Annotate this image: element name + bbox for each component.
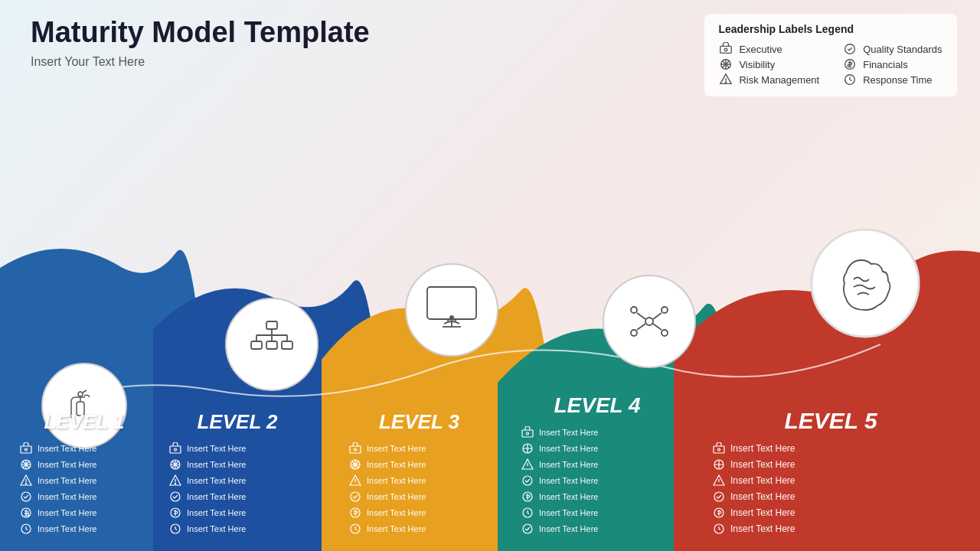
svg-point-50 (175, 483, 175, 484)
risk-icon-l3 (348, 474, 362, 487)
response-icon (842, 72, 858, 87)
quality-icon (842, 41, 858, 57)
list-item: Insert Text Here (168, 522, 306, 536)
svg-point-65 (523, 476, 532, 485)
qual-icon-l2 (168, 490, 182, 504)
list-item: Insert Text Here (348, 474, 490, 487)
level3-title: LEVEL 3 (348, 410, 490, 434)
svg-point-4 (726, 82, 727, 83)
risk-icon-l2 (168, 474, 182, 487)
qual-icon-l4 (521, 474, 534, 487)
list-item: Insert Text Here (521, 425, 674, 439)
svg-point-62 (527, 432, 529, 435)
fin-icon-l4 (521, 490, 534, 504)
page-subtitle: Insert Your Text Here (31, 55, 370, 69)
financials-icon (842, 57, 858, 72)
fin-icon-l1 (19, 506, 33, 520)
level5-content: LEVEL 5 Insert Text Here Insert Text Her… (712, 408, 949, 536)
legend-item-quality: Quality Standards (842, 41, 943, 57)
svg-point-22 (406, 264, 498, 356)
vis-icon-l3 (348, 458, 362, 471)
level2-title: LEVEL 2 (168, 410, 306, 434)
exec-icon-l1 (19, 442, 33, 455)
resp-icon-l5 (712, 522, 726, 536)
legend-item-executive: Executive (718, 41, 819, 57)
list-item: Insert Text Here (712, 474, 949, 487)
qual-icon-l1 (19, 490, 33, 504)
svg-point-73 (714, 492, 724, 501)
level1-list: Insert Text Here Insert Text Here Insert… (19, 442, 149, 536)
resp-icon-l1 (19, 522, 33, 536)
list-item: Insert Text Here (348, 442, 490, 455)
risk-icon-l1 (19, 474, 33, 487)
fin-icon-l5 (712, 506, 726, 520)
legend-grid: Executive Visibility (718, 41, 943, 87)
risk-icon-l5 (712, 474, 726, 487)
svg-point-42 (25, 483, 26, 484)
level3-list: Insert Text Here Insert Text Here Insert… (348, 442, 490, 536)
svg-point-43 (21, 492, 31, 501)
list-item: Insert Text Here (168, 506, 306, 520)
fin-icon-l3 (348, 506, 362, 520)
executive-icon (718, 41, 733, 57)
legend-right: Quality Standards Financials (842, 41, 943, 87)
level4-title: LEVEL 4 (521, 393, 674, 418)
list-item: Insert Text Here (19, 458, 149, 471)
svg-rect-0 (720, 46, 731, 53)
level4-list: Insert Text Here Insert Text Here Insert… (521, 425, 674, 536)
level4-content: LEVEL 4 Insert Text Here Insert Text Her… (521, 393, 674, 536)
legend-left: Executive Visibility (718, 41, 819, 87)
list-item: Insert Text Here (168, 490, 306, 504)
legend-item-visibility: Visibility (718, 57, 819, 72)
visibility-icon (718, 57, 733, 72)
list-item: Insert Text Here (348, 490, 490, 504)
visualization-area: LEVEL 1 Insert Text Here Insert Text Her… (0, 115, 980, 551)
svg-point-55 (354, 448, 357, 451)
list-item: Insert Text Here (19, 506, 149, 520)
list-item: Insert Text Here (712, 442, 949, 455)
svg-point-12 (226, 298, 318, 390)
vis-icon-l4 (521, 442, 534, 455)
exec-icon-l4 (521, 425, 534, 439)
list-item: Insert Text Here (712, 522, 949, 536)
list-item: Insert Text Here (521, 442, 674, 455)
svg-point-47 (175, 448, 177, 451)
svg-point-58 (351, 492, 360, 501)
vis-icon-l5 (712, 458, 726, 471)
list-item: Insert Text Here (348, 522, 490, 536)
svg-point-1 (725, 48, 728, 51)
svg-point-37 (812, 230, 919, 337)
visibility-label: Visibility (739, 59, 775, 70)
list-item: Insert Text Here (19, 474, 149, 487)
svg-point-26 (450, 316, 453, 319)
extra-icon-l4 (521, 522, 534, 536)
risk-icon (718, 72, 733, 87)
list-item: Insert Text Here (19, 442, 149, 455)
risk-label: Risk Management (739, 74, 819, 86)
svg-rect-61 (522, 430, 533, 437)
vis-icon-l1 (19, 458, 33, 471)
list-item: Insert Text Here (19, 490, 149, 504)
svg-rect-38 (21, 446, 31, 453)
resp-icon-l3 (348, 522, 362, 536)
qual-icon-l3 (348, 490, 362, 504)
list-item: Insert Text Here (712, 490, 949, 504)
executive-label: Executive (739, 44, 782, 55)
legend-title: Leadership Labels Legend (718, 23, 943, 35)
svg-point-27 (603, 276, 695, 367)
level2-content: LEVEL 2 Insert Text Here Insert Text Her… (168, 410, 306, 536)
legend-item-financials: Financials (842, 57, 943, 72)
level2-list: Insert Text Here Insert Text Here Insert… (168, 442, 306, 536)
list-item: Insert Text Here (168, 458, 306, 471)
qual-icon-l5 (712, 490, 726, 504)
list-item: Insert Text Here (712, 506, 949, 520)
list-item: Insert Text Here (348, 506, 490, 520)
svg-point-51 (171, 492, 180, 501)
header: Maturity Model Template Insert Your Text… (31, 15, 370, 69)
list-item: Insert Text Here (168, 442, 306, 455)
list-item: Insert Text Here (521, 490, 674, 504)
quality-label: Quality Standards (863, 44, 942, 55)
list-item: Insert Text Here (19, 522, 149, 536)
exec-icon-l3 (348, 442, 362, 455)
svg-point-68 (523, 524, 532, 533)
